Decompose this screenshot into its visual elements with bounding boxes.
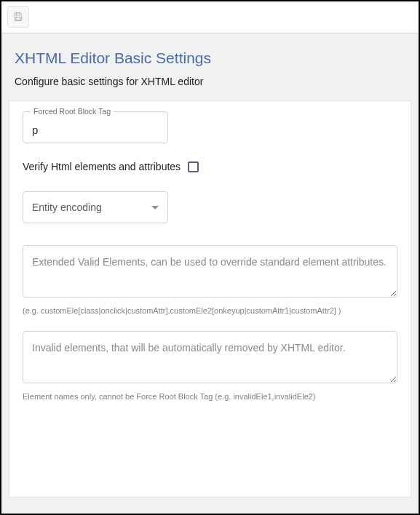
verify-row: Verify Html elements and attributes bbox=[23, 161, 397, 172]
invalid-elements-textarea[interactable] bbox=[23, 331, 397, 383]
verify-label: Verify Html elements and attributes bbox=[23, 161, 181, 172]
page-subtitle: Configure basic settings for XHTML edito… bbox=[15, 76, 405, 87]
entity-encoding-value: Entity encoding bbox=[32, 201, 102, 213]
forced-root-block-label: Forced Root Block Tag bbox=[31, 107, 114, 116]
chevron-down-icon bbox=[151, 206, 159, 209]
toolbar bbox=[1, 1, 419, 33]
extended-valid-textarea[interactable] bbox=[23, 245, 397, 298]
invalid-elements-wrap bbox=[23, 331, 397, 386]
svg-rect-1 bbox=[16, 17, 20, 20]
save-icon bbox=[12, 11, 24, 23]
header: XHTML Editor Basic Settings Configure ba… bbox=[1, 33, 419, 97]
save-button[interactable] bbox=[7, 6, 29, 28]
page-title: XHTML Editor Basic Settings bbox=[15, 49, 405, 67]
window: XHTML Editor Basic Settings Configure ba… bbox=[0, 0, 420, 515]
extended-valid-wrap bbox=[23, 245, 397, 300]
forced-root-block-field[interactable]: Forced Root Block Tag bbox=[23, 111, 168, 143]
settings-card: Forced Root Block Tag Verify Html elemen… bbox=[9, 100, 411, 498]
forced-root-block-input[interactable] bbox=[32, 124, 159, 136]
invalid-elements-hint: Element names only, cannot be Force Root… bbox=[23, 392, 397, 401]
extended-valid-hint: (e.g. customEle[class|onclick|customAttr… bbox=[23, 306, 397, 315]
verify-checkbox[interactable] bbox=[188, 161, 199, 172]
svg-rect-0 bbox=[16, 13, 20, 15]
entity-encoding-select[interactable]: Entity encoding bbox=[23, 191, 168, 223]
